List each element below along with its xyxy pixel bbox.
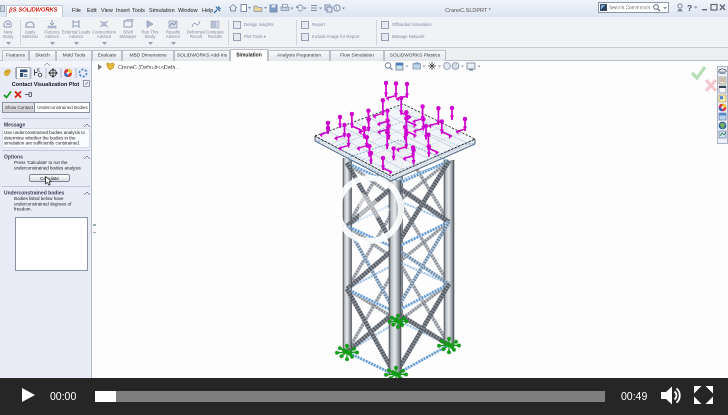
svg-text:K: K	[37, 68, 40, 73]
